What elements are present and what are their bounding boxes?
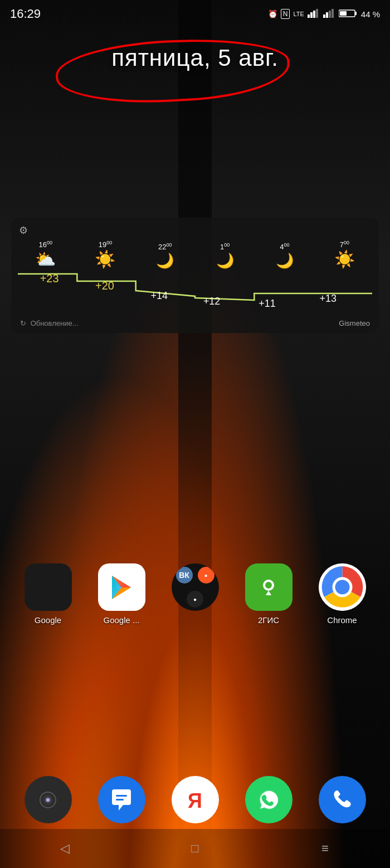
status-bar: 16:29 ⏰ N LTE xyxy=(0,0,390,28)
svg-text:+20: +20 xyxy=(95,279,114,292)
weather-hour-2: 2200 xyxy=(158,242,172,251)
play-store-icon[interactable] xyxy=(98,563,145,611)
yandex-dock-icon[interactable]: Я xyxy=(172,776,219,823)
camera-dock-item[interactable] xyxy=(20,776,76,823)
svg-point-27 xyxy=(335,580,349,595)
svg-text:+13: +13 xyxy=(320,293,337,304)
svg-text:+14: +14 xyxy=(151,290,168,301)
svg-rect-4 xyxy=(323,15,325,18)
nav-home-icon: □ xyxy=(191,841,198,856)
nav-recents-button[interactable]: ≡ xyxy=(308,837,342,860)
weather-slot-2: 2200 🌙 xyxy=(135,242,195,268)
weather-icon-3: 🌙 xyxy=(216,253,234,268)
alarm-icon: ⏰ xyxy=(268,9,277,18)
refresh-icon: ↻ xyxy=(20,319,26,327)
nfc-icon: N xyxy=(281,9,290,19)
chrome-app-icon[interactable] xyxy=(319,563,366,611)
play-store-label: Google ... xyxy=(103,615,139,625)
phone-dock-item[interactable] xyxy=(314,776,370,823)
svg-rect-10 xyxy=(340,11,347,16)
weather-update-label: ↻ Обновление... xyxy=(20,319,79,327)
google-app-item[interactable]: Google xyxy=(14,563,81,625)
weather-hour-4: 400 xyxy=(280,242,289,251)
svg-rect-6 xyxy=(329,11,331,18)
2gis-app-icon[interactable] xyxy=(245,563,292,611)
weather-icon-2: 🌙 xyxy=(156,253,174,268)
svg-rect-2 xyxy=(313,11,315,18)
weather-widget[interactable]: ⚙ 1600 ⛅ 1900 ☀️ 2200 🌙 100 🌙 400 🌙 700 xyxy=(11,218,379,333)
signal2-icon xyxy=(323,9,335,20)
signal-icon xyxy=(308,9,320,20)
nav-back-button[interactable]: ◁ xyxy=(48,837,82,860)
weather-header: ⚙ xyxy=(16,224,374,237)
background-cross xyxy=(178,0,212,868)
camera-dock-icon[interactable] xyxy=(25,776,72,823)
svg-rect-3 xyxy=(316,9,318,18)
messages-dock-item[interactable] xyxy=(94,776,149,823)
nav-bar: ◁ □ ≡ xyxy=(0,829,390,868)
svg-text:+23: +23 xyxy=(40,272,59,284)
whatsapp-dock-item[interactable] xyxy=(241,776,296,823)
svg-rect-5 xyxy=(326,12,328,18)
weather-footer: ↻ Обновление... Gismeteo xyxy=(16,317,374,327)
weather-hour-0: 1600 xyxy=(38,240,52,249)
weather-slot-1: 1900 ☀️ xyxy=(75,240,135,268)
weather-slot-4: 400 🌙 xyxy=(255,242,314,268)
2gis-app-item[interactable]: 2ГИС xyxy=(235,563,302,625)
weather-slot-3: 100 🌙 xyxy=(195,242,255,268)
svg-rect-7 xyxy=(332,9,334,18)
weather-slot-5: 700 ☀️ xyxy=(315,240,374,268)
svg-text:+11: +11 xyxy=(259,298,275,309)
weather-icon-5: ☀️ xyxy=(334,251,355,268)
google-app-label: Google xyxy=(35,615,61,625)
play-store-item[interactable]: Google ... xyxy=(88,563,155,625)
status-time: 16:29 xyxy=(10,7,41,21)
nav-back-icon: ◁ xyxy=(60,841,70,856)
battery-percent: 44 % xyxy=(361,9,380,19)
vk-folder-item[interactable]: ВК ● ● xyxy=(162,563,228,625)
google-app-icon[interactable] xyxy=(25,563,72,611)
weather-gear-icon[interactable]: ⚙ xyxy=(19,224,28,237)
nav-home-button[interactable]: □ xyxy=(178,837,212,860)
svg-point-32 xyxy=(47,799,49,801)
whatsapp-dock-icon[interactable] xyxy=(245,776,292,823)
vk-folder-icon[interactable]: ВК ● ● xyxy=(172,563,219,611)
dock: Я xyxy=(0,776,390,823)
nav-recents-icon: ≡ xyxy=(321,841,329,856)
messages-dock-icon[interactable] xyxy=(98,776,145,823)
svg-rect-34 xyxy=(116,799,124,801)
apps-grid: Google xyxy=(0,563,390,625)
weather-slot-0: 1600 ⛅ xyxy=(16,240,75,268)
svg-point-23 xyxy=(265,582,272,589)
svg-text:+12: +12 xyxy=(203,296,220,307)
battery-indicator xyxy=(339,9,358,20)
weather-hour-5: 700 xyxy=(340,240,349,249)
yandex-dock-item[interactable]: Я xyxy=(167,776,223,823)
lte-icon: LTE xyxy=(293,11,304,17)
svg-rect-1 xyxy=(310,12,313,18)
chrome-app-label: Chrome xyxy=(327,615,357,625)
svg-text:Я: Я xyxy=(188,789,202,812)
chrome-app-item[interactable]: Chrome xyxy=(309,563,376,625)
weather-icon-1: ☀️ xyxy=(95,251,115,268)
weather-hour-3: 100 xyxy=(220,242,230,251)
weather-icon-4: 🌙 xyxy=(276,253,294,268)
weather-source: Gismeteo xyxy=(339,319,370,327)
weather-icon-0: ⛅ xyxy=(35,251,56,268)
status-icons: ⏰ N LTE 44 % xyxy=(268,9,380,20)
temp-chart-svg: +23 +20 +14 +12 +11 +13 xyxy=(18,271,372,310)
weather-hour-1: 1900 xyxy=(99,240,112,249)
temp-chart-container: +23 +20 +14 +12 +11 +13 xyxy=(16,268,374,314)
phone-dock-icon[interactable] xyxy=(319,776,366,823)
svg-rect-0 xyxy=(308,15,310,18)
svg-rect-9 xyxy=(355,12,357,15)
weather-hours: 1600 ⛅ 1900 ☀️ 2200 🌙 100 🌙 400 🌙 700 ☀️ xyxy=(16,240,374,268)
2gis-app-label: 2ГИС xyxy=(258,615,279,625)
svg-rect-33 xyxy=(116,795,127,797)
